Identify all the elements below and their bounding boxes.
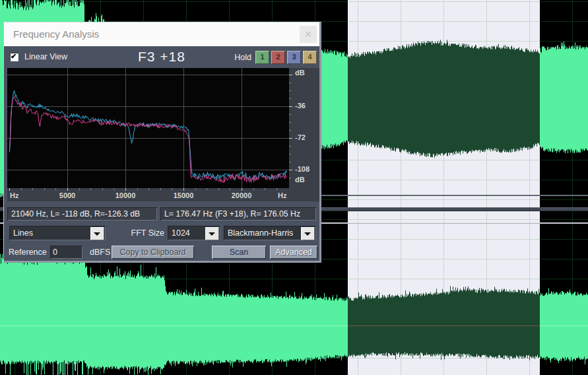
hz-axis-tick-mark xyxy=(230,188,230,190)
caret-down-icon xyxy=(209,232,215,236)
hold-label: Hold xyxy=(234,53,251,62)
db-axis-tick-mark xyxy=(289,162,291,162)
db-axis-tick-mark xyxy=(289,114,291,115)
hz-axis-tick-15000: 15000 xyxy=(174,191,194,199)
hz-axis-unit-left: Hz xyxy=(10,191,18,199)
db-axis-tick-mark xyxy=(289,178,291,178)
caret-down-icon xyxy=(304,232,311,236)
hold-button-1[interactable]: 1 xyxy=(255,51,269,64)
dropdown-arrow[interactable] xyxy=(90,227,104,240)
hold-button-2[interactable]: 2 xyxy=(271,51,285,64)
dialog-titlebar[interactable]: Frequency Analysis ✕ xyxy=(4,22,319,46)
db-axis-unit-bottom: dB xyxy=(295,176,305,184)
db-axis-tick-mark xyxy=(289,146,291,147)
advanced-button[interactable]: Advanced xyxy=(270,246,317,259)
hz-axis-tick-mark xyxy=(137,188,138,190)
db-axis-tick-mark xyxy=(289,98,291,99)
db-axis: dB -36 -72 -108 dB xyxy=(289,68,319,201)
db-axis-unit-top: dB xyxy=(295,69,305,77)
hz-axis-unit-right: Hz xyxy=(278,191,286,199)
fft-size-value: 1024 xyxy=(172,226,190,240)
db-axis-tick-mark xyxy=(289,130,291,131)
hz-axis: Hz 5000 10000 15000 20000 Hz xyxy=(7,188,289,201)
dialog-title: Frequency Analysis xyxy=(13,22,99,46)
db-axis-tick-mark xyxy=(289,75,292,75)
hz-axis-tick-mark xyxy=(183,188,184,191)
reference-label: Reference xyxy=(9,245,47,259)
hz-axis-tick-mark xyxy=(44,188,45,190)
window-function-value: Blackmann-Harris xyxy=(228,226,293,240)
hold-button-4[interactable]: 4 xyxy=(303,51,317,64)
db-axis-tick-mark xyxy=(289,154,291,154)
hz-axis-tick-mark xyxy=(102,188,103,190)
db-axis-tick-mark xyxy=(289,122,291,123)
close-button[interactable]: ✕ xyxy=(300,26,317,43)
db-axis-tick-mark xyxy=(289,138,292,139)
hz-axis-tick-mark xyxy=(253,188,254,190)
fft-size-select[interactable]: 1024 xyxy=(168,226,220,240)
hz-axis-tick-20000: 20000 xyxy=(232,191,252,199)
db-axis-tick-mark xyxy=(289,90,291,91)
window-function-select[interactable]: Blackmann-Harris xyxy=(224,226,316,240)
display-mode-value: Lines xyxy=(13,226,33,240)
hz-axis-tick-mark xyxy=(55,188,56,190)
db-axis-tick-mark xyxy=(289,83,291,83)
db-axis-tick-mark xyxy=(289,106,292,107)
fft-size-label: FFT Size xyxy=(129,226,164,240)
reference-input[interactable] xyxy=(50,246,82,259)
spectrum-plot-canvas[interactable] xyxy=(7,68,289,188)
hz-axis-tick-mark xyxy=(207,188,207,190)
scan-button[interactable]: Scan xyxy=(212,246,266,259)
copy-to-clipboard-button[interactable]: Copy to Clipboard xyxy=(112,246,194,259)
hold-button-3[interactable]: 3 xyxy=(287,51,301,64)
status-note-readout: L= 176.47 Hz (F3 +18), R= 176.05 Hz xyxy=(160,207,316,221)
hz-axis-tick-mark xyxy=(218,188,219,190)
hz-axis-tick-mark xyxy=(125,188,126,191)
hz-axis-tick-mark xyxy=(90,188,91,190)
dropdown-arrow[interactable] xyxy=(301,227,315,240)
db-axis-tick-mark xyxy=(289,170,292,170)
hz-axis-tick-10000: 10000 xyxy=(115,191,136,199)
hz-axis-tick-mark xyxy=(9,188,10,191)
hz-axis-tick-mark xyxy=(277,188,277,190)
dialog-toolbar: ✔ Linear View F3 +18 Hold 1 2 3 4 xyxy=(4,46,319,68)
hz-axis-tick-mark xyxy=(114,188,114,190)
reference-unit-label: dBFS xyxy=(90,245,110,259)
frequency-analysis-dialog: Frequency Analysis ✕ ✔ Linear View F3 +1… xyxy=(3,22,321,263)
hz-axis-tick-5000: 5000 xyxy=(59,191,75,199)
dropdown-arrow[interactable] xyxy=(205,227,219,240)
db-axis-tick-108: -108 xyxy=(295,165,310,173)
hz-axis-tick-mark xyxy=(148,188,149,190)
hz-axis-tick-mark xyxy=(160,188,161,190)
caret-down-icon xyxy=(94,232,100,236)
hz-axis-tick-mark xyxy=(242,188,242,191)
status-frequency-readout: 21040 Hz, L= -118 dB, R=-126.3 dB xyxy=(7,207,157,221)
db-axis-tick-36: -36 xyxy=(295,102,306,110)
hz-axis-tick-mark xyxy=(67,188,68,191)
spectrum-graph-area: dB -36 -72 -108 dB Hz 5000 10000 15000 2… xyxy=(4,68,319,201)
hz-axis-tick-mark xyxy=(195,188,196,190)
db-axis-tick-72: -72 xyxy=(295,133,306,141)
hz-axis-tick-mark xyxy=(32,188,33,190)
hz-axis-tick-mark xyxy=(265,188,265,190)
hz-axis-tick-mark xyxy=(21,188,22,190)
hz-axis-tick-mark xyxy=(79,188,80,190)
hz-axis-tick-mark xyxy=(172,188,172,190)
hold-controls: Hold 1 2 3 4 xyxy=(234,46,317,68)
display-mode-select[interactable]: Lines xyxy=(9,226,106,240)
